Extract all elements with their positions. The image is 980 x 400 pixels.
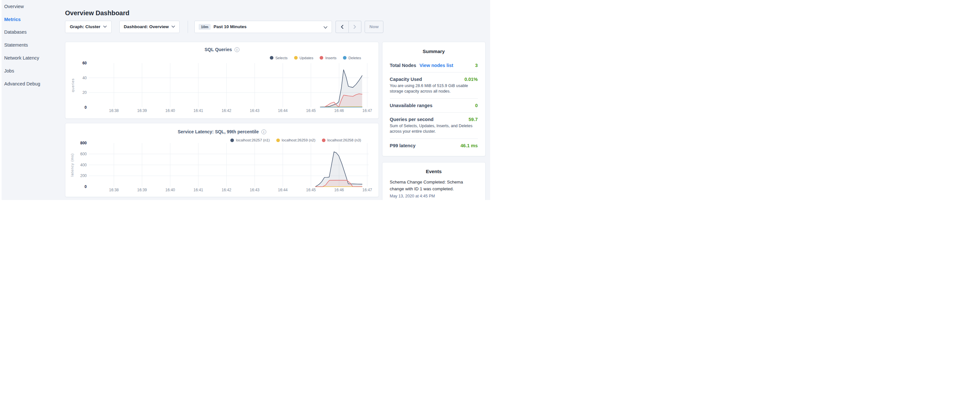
x-tick-label: 16:40: [165, 108, 175, 113]
y-tick-label: 40: [83, 75, 87, 80]
x-tick-label: 16:44: [278, 108, 288, 113]
event-message: Schema Change Completed: Schema change w…: [390, 178, 478, 193]
summary-label: Unavailable ranges: [390, 103, 433, 108]
x-tick-label: 16:43: [250, 188, 259, 192]
summary-label: Total Nodes: [390, 63, 417, 68]
page: Overview Metrics Databases Statements Ne…: [0, 0, 490, 200]
x-tick-label: 16:42: [222, 188, 231, 192]
dashboard-dropdown-label: Dashboard: Overview: [124, 24, 169, 29]
sql-queries-chart-card: SQL Queriesi SelectsUpdatesInsertsDelete…: [65, 42, 379, 119]
summary-description: You are using 28.6 MiB of 515.9 GiB usab…: [390, 83, 478, 94]
summary-label: Queries per second: [390, 117, 434, 122]
summary-value: 0: [475, 103, 477, 108]
summary-panel: Summary Total Nodes View nodes list 3 Ca…: [382, 42, 486, 156]
x-tick-label: 16:46: [334, 188, 344, 192]
chevron-down-icon: [323, 26, 328, 29]
now-button: Now: [364, 21, 383, 33]
dashboard-dropdown[interactable]: Dashboard: Overview: [119, 21, 180, 33]
sidebar-item-overview[interactable]: Overview: [2, 0, 63, 13]
x-tick-label: 16:39: [137, 188, 147, 192]
chevron-down-icon: [103, 25, 107, 28]
summary-value: 59.7: [468, 117, 477, 122]
time-next-button-disabled: [348, 21, 362, 33]
x-tick-label: 16:39: [137, 108, 147, 113]
summary-label: Capacity Used: [390, 77, 422, 82]
summary-value: 3: [475, 63, 477, 68]
x-tick-label: 16:45: [306, 108, 316, 113]
y-tick-label: 0: [84, 185, 87, 189]
sidebar-item-advanced-debug[interactable]: Advanced Debug: [2, 77, 63, 90]
summary-row-queries-per-second: Queries per second 59.7: [390, 117, 478, 122]
y-axis-title: latency (ms): [70, 153, 74, 177]
x-tick-label: 16:47: [362, 108, 372, 113]
summary-row-capacity-used: Capacity Used 0.01%: [390, 77, 478, 82]
x-tick-label: 16:38: [109, 108, 119, 113]
chevron-right-icon: [353, 25, 356, 29]
toolbar-divider: [188, 21, 188, 33]
x-tick-label: 16:44: [278, 188, 288, 192]
x-tick-label: 16:45: [306, 188, 316, 192]
y-axis-title: queries: [71, 78, 75, 92]
sidebar-item-jobs[interactable]: Jobs: [2, 64, 63, 77]
graph-dropdown[interactable]: Graph: Cluster: [65, 21, 111, 33]
events-panel: Events Schema Change Completed: Schema c…: [382, 162, 486, 200]
chevron-down-icon: [172, 25, 175, 28]
page-title: Overview Dashboard: [65, 10, 129, 17]
events-title: Events: [382, 163, 485, 174]
y-tick-label: 0: [84, 105, 87, 109]
sidebar-item-network-latency[interactable]: Network Latency: [2, 51, 63, 64]
time-range-badge: 10m: [199, 24, 211, 30]
y-tick-label: 400: [80, 163, 87, 167]
y-tick-label: 60: [83, 61, 87, 65]
view-nodes-list-link[interactable]: View nodes list: [419, 63, 453, 68]
x-tick-label: 16:41: [194, 108, 203, 113]
time-range-label: Past 10 Minutes: [213, 24, 247, 29]
time-pager: [336, 21, 361, 33]
sql-queries-chart: 16:3816:3916:4016:4116:4216:4316:4416:45…: [65, 42, 379, 119]
summary-row-unavailable-ranges: Unavailable ranges 0: [390, 103, 478, 108]
summary-value: 0.01%: [464, 77, 477, 82]
summary-title: Summary: [382, 42, 485, 54]
summary-value: 46.1 ms: [460, 143, 477, 148]
x-tick-label: 16:46: [334, 108, 344, 113]
x-tick-label: 16:43: [250, 108, 259, 113]
summary-label: P99 latency: [390, 143, 416, 148]
sidebar-item-statements[interactable]: Statements: [2, 38, 63, 51]
y-tick-label: 20: [83, 90, 87, 95]
y-tick-label: 800: [80, 141, 87, 145]
divider: [390, 112, 478, 113]
service-latency-chart: 16:3816:3916:4016:4116:4216:4316:4416:45…: [65, 123, 379, 198]
x-tick-label: 16:40: [165, 188, 175, 192]
summary-description: Sum of Selects, Updates, Inserts, and De…: [390, 123, 478, 134]
x-tick-label: 16:47: [362, 188, 372, 192]
y-tick-label: 200: [80, 174, 87, 178]
sidebar-item-databases[interactable]: Databases: [2, 26, 63, 39]
divider: [390, 139, 478, 139]
time-prev-button[interactable]: [336, 21, 348, 33]
chevron-left-icon: [341, 25, 344, 29]
x-tick-label: 16:42: [222, 108, 231, 113]
summary-row-total-nodes: Total Nodes View nodes list 3: [390, 63, 478, 68]
time-range-dropdown[interactable]: 10m Past 10 Minutes: [194, 21, 332, 33]
y-tick-label: 600: [80, 152, 87, 156]
sidebar: Overview Metrics Databases Statements Ne…: [2, 0, 63, 90]
service-latency-chart-card: Service Latency: SQL, 99th percentilei l…: [65, 123, 379, 197]
event-timestamp: May 13, 2020 at 4:45 PM: [390, 194, 478, 198]
x-tick-label: 16:41: [194, 188, 203, 192]
x-tick-label: 16:38: [109, 188, 119, 192]
graph-dropdown-label: Graph: Cluster: [70, 24, 100, 29]
sidebar-item-metrics[interactable]: Metrics: [2, 13, 63, 26]
divider: [390, 98, 478, 99]
summary-row-p99-latency: P99 latency 46.1 ms: [390, 143, 478, 148]
